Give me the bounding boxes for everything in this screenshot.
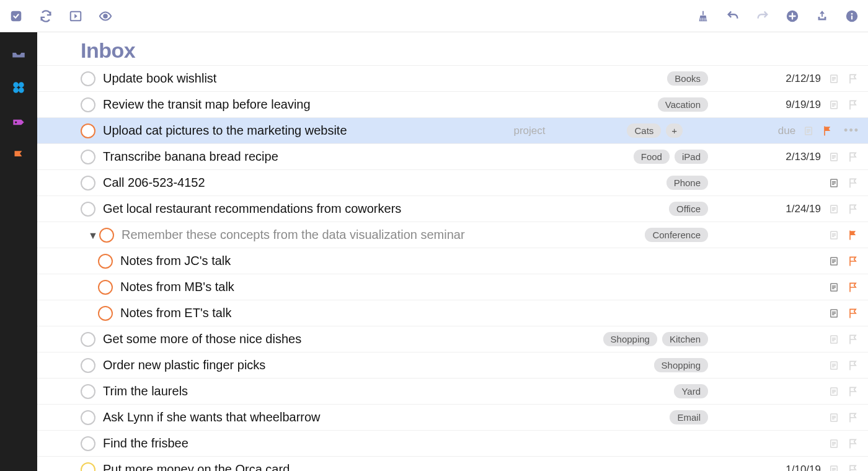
tag-pill[interactable]: Books — [667, 71, 708, 86]
status-circle[interactable] — [81, 358, 95, 373]
task-row[interactable]: Get local restaurant recommendations fro… — [37, 195, 868, 222]
task-title[interactable]: Upload cat pictures to the marketing web… — [103, 123, 347, 138]
flag-icon[interactable] — [847, 411, 859, 424]
cleanup-icon[interactable] — [696, 9, 711, 24]
task-title[interactable]: Update book wishlist — [103, 71, 216, 86]
note-icon[interactable] — [828, 256, 839, 267]
task-title[interactable]: Transcribe banana bread recipe — [103, 150, 278, 164]
flag-icon[interactable] — [847, 385, 859, 398]
sidebar-projects-icon[interactable] — [9, 78, 28, 97]
task-title[interactable]: Put more money on the Orca card — [103, 462, 290, 471]
note-icon[interactable] — [828, 204, 839, 215]
task-row[interactable]: Notes from ET's talk — [37, 300, 868, 326]
note-icon[interactable] — [828, 464, 839, 472]
task-row[interactable]: Order new plastic finger picks Shopping — [37, 352, 868, 378]
check-square-icon[interactable] — [9, 9, 24, 24]
due-date-placeholder[interactable]: due — [746, 125, 795, 137]
tag-pill[interactable]: Yard — [674, 384, 708, 398]
note-icon[interactable] — [828, 73, 839, 84]
note-icon[interactable] — [828, 282, 839, 293]
project-placeholder[interactable]: project — [513, 125, 545, 137]
due-date[interactable]: 2/13/19 — [771, 151, 821, 163]
tag-pill[interactable]: Email — [670, 410, 708, 424]
due-date[interactable]: 2/12/19 — [771, 73, 821, 85]
redo-icon[interactable] — [755, 9, 770, 24]
flag-icon[interactable] — [822, 125, 834, 137]
task-row[interactable]: Update book wishlist Books 2/12/19 — [37, 65, 868, 91]
tag-pill[interactable]: iPad — [675, 150, 708, 164]
sidebar-tags-icon[interactable] — [9, 113, 28, 132]
task-title[interactable]: Ask Lynn if she wants that wheelbarrow — [103, 410, 321, 424]
task-row[interactable]: Put more money on the Orca card 1/10/19 — [37, 456, 868, 471]
task-row[interactable]: Notes from MB's talk — [37, 274, 868, 300]
tag-pill[interactable]: Shopping — [654, 358, 708, 372]
add-tag-button[interactable]: + — [666, 123, 683, 138]
task-row[interactable]: Get some more of those nice dishes Shopp… — [37, 326, 868, 352]
status-circle[interactable] — [81, 384, 95, 399]
task-title[interactable]: Notes from MB's talk — [120, 280, 234, 294]
undo-icon[interactable] — [725, 9, 740, 24]
note-icon[interactable] — [828, 151, 839, 163]
focus-icon[interactable] — [68, 9, 83, 24]
task-title[interactable]: Call 206-523-4152 — [103, 176, 205, 190]
task-title[interactable]: Notes from JC's talk — [120, 254, 231, 268]
status-circle[interactable] — [81, 436, 95, 451]
status-circle[interactable] — [81, 462, 95, 472]
sidebar-flagged-icon[interactable] — [9, 148, 28, 166]
status-circle[interactable] — [98, 280, 113, 295]
note-icon[interactable] — [828, 99, 839, 110]
note-icon[interactable] — [828, 177, 839, 189]
tag-pill[interactable]: Phone — [666, 176, 708, 190]
flag-icon[interactable] — [847, 359, 859, 372]
tag-pill[interactable]: Vacation — [658, 97, 708, 112]
tag-pill[interactable]: Shopping — [603, 332, 657, 346]
status-circle[interactable] — [81, 176, 95, 191]
tag-pill[interactable]: Cats — [627, 123, 661, 138]
status-circle[interactable] — [81, 410, 95, 425]
note-icon[interactable] — [828, 230, 839, 241]
disclosure-triangle-icon[interactable]: ▼ — [88, 230, 98, 241]
task-title[interactable]: Notes from ET's talk — [120, 306, 231, 320]
task-row[interactable]: Transcribe banana bread recipe FoodiPad … — [37, 143, 868, 169]
tag-pill[interactable]: Office — [669, 202, 708, 216]
share-icon[interactable] — [815, 9, 830, 24]
note-icon[interactable] — [828, 334, 839, 345]
due-date[interactable]: 1/10/19 — [771, 464, 821, 472]
status-circle[interactable] — [98, 254, 113, 269]
note-icon[interactable] — [828, 412, 839, 423]
note-icon[interactable] — [828, 386, 839, 397]
task-title[interactable]: Get local restaurant recommendations fro… — [103, 202, 401, 216]
task-row[interactable]: Find the frisbee — [37, 430, 868, 456]
note-icon[interactable] — [828, 360, 839, 371]
flag-icon[interactable] — [847, 203, 859, 215]
status-circle[interactable] — [99, 228, 114, 243]
note-icon[interactable] — [828, 438, 839, 449]
task-row[interactable]: Notes from JC's talk — [37, 248, 868, 274]
info-icon[interactable] — [844, 9, 859, 24]
tag-pill[interactable]: Kitchen — [662, 332, 708, 346]
status-circle[interactable] — [81, 202, 95, 217]
flag-icon[interactable] — [847, 229, 859, 241]
flag-icon[interactable] — [847, 437, 859, 450]
due-date[interactable]: 9/19/19 — [771, 99, 821, 111]
flag-icon[interactable] — [847, 177, 859, 189]
due-date[interactable]: 1/24/19 — [771, 203, 821, 215]
status-circle[interactable] — [98, 306, 113, 321]
flag-icon[interactable] — [847, 281, 859, 294]
task-row[interactable]: Call 206-523-4152 Phone — [37, 169, 868, 195]
flag-icon[interactable] — [847, 333, 859, 346]
task-row[interactable]: ▼ Remember these concepts from the data … — [37, 222, 868, 248]
task-title[interactable]: Remember these concepts from the data vi… — [122, 228, 465, 242]
task-title[interactable]: Review the transit map before leaving — [103, 97, 311, 112]
task-row[interactable]: Review the transit map before leaving Va… — [37, 91, 868, 117]
sidebar-inbox-icon[interactable] — [9, 43, 28, 62]
task-row[interactable]: Ask Lynn if she wants that wheelbarrow E… — [37, 404, 868, 430]
task-title[interactable]: Find the frisbee — [103, 436, 188, 451]
note-icon[interactable] — [828, 308, 839, 319]
status-circle[interactable] — [81, 332, 95, 347]
task-row[interactable]: Upload cat pictures to the marketing web… — [37, 117, 868, 143]
task-title[interactable]: Get some more of those nice dishes — [103, 332, 301, 346]
tag-pill[interactable]: Conference — [645, 228, 708, 242]
status-circle[interactable] — [81, 150, 95, 164]
flag-icon[interactable] — [847, 307, 859, 320]
